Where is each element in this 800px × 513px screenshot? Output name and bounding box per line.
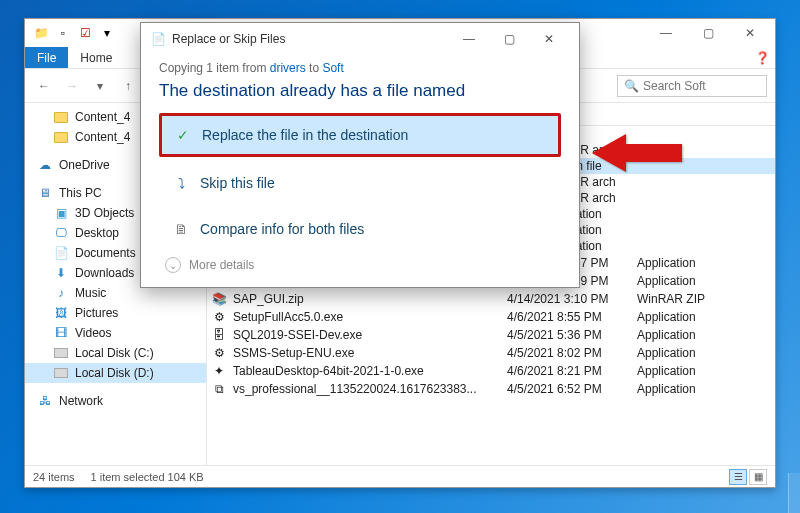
search-placeholder: Search Soft — [643, 79, 706, 93]
icons-view-button[interactable]: ▦ — [749, 469, 767, 485]
skip-icon: ⤵ — [172, 174, 190, 192]
check-icon: ✓ — [174, 126, 192, 144]
dialog-title: Replace or Skip Files — [172, 32, 285, 46]
forward-button[interactable]: → — [61, 75, 83, 97]
network-icon: 🖧 — [37, 393, 53, 409]
pc-icon: 🖥 — [37, 185, 53, 201]
recent-dropdown[interactable]: ▾ — [89, 75, 111, 97]
file-name: SSMS-Setup-ENU.exe — [233, 346, 354, 360]
tree-item-label: Local Disk (C:) — [75, 346, 154, 360]
folder-icon — [53, 109, 69, 125]
file-icon: ⚙ — [211, 345, 227, 361]
more-details-toggle[interactable]: ⌄ More details — [159, 257, 561, 273]
file-row[interactable]: ⚙SSMS-Setup-ENU.exe4/5/2021 8:02 PMAppli… — [207, 344, 775, 362]
up-button[interactable]: ↑ — [117, 75, 139, 97]
status-bar: 24 items 1 item selected 104 KB ☰ ▦ — [25, 465, 775, 487]
chevron-down-icon: ⌄ — [165, 257, 181, 273]
dest-link[interactable]: Soft — [322, 61, 343, 75]
search-input[interactable]: 🔍 Search Soft — [617, 75, 767, 97]
file-row[interactable]: 📚SAP_GUI.zip4/14/2021 3:10 PMWinRAR ZIP — [207, 290, 775, 308]
tree-item-label: Desktop — [75, 226, 119, 240]
tree-item-label: 3D Objects — [75, 206, 134, 220]
minimize-button[interactable]: — — [645, 19, 687, 47]
tab-home[interactable]: Home — [68, 47, 124, 68]
replace-skip-dialog: 📄 Replace or Skip Files — ▢ ✕ Copying 1 … — [140, 22, 580, 288]
desktop-icon: 🖵 — [53, 225, 69, 241]
tree-item-label: Content_4 — [75, 130, 130, 144]
disk-icon — [53, 345, 69, 361]
downloads-icon: ⬇ — [53, 265, 69, 281]
tree-item-label: Pictures — [75, 306, 118, 320]
dialog-minimize-button[interactable]: — — [449, 25, 489, 53]
replace-option[interactable]: ✓ Replace the file in the destination — [159, 113, 561, 157]
tree-item-label: Documents — [75, 246, 136, 260]
pin-icon[interactable]: ▫ — [53, 23, 73, 43]
disk-icon — [53, 365, 69, 381]
tree-item-label: Content_4 — [75, 110, 130, 124]
tree-item-label: Network — [59, 394, 103, 408]
close-button[interactable]: ✕ — [729, 19, 771, 47]
pictures-icon: 🖼 — [53, 305, 69, 321]
search-icon: 🔍 — [624, 79, 639, 93]
tab-file[interactable]: File — [25, 47, 68, 68]
tree-item[interactable]: 🖧Network — [25, 391, 206, 411]
dialog-headline: The destination already has a file named — [159, 81, 561, 101]
tree-item-label: Downloads — [75, 266, 134, 280]
file-name: SetupFullAcc5.0.exe — [233, 310, 343, 324]
tree-item[interactable]: Local Disk (C:) — [25, 343, 206, 363]
docs-icon: 📄 — [53, 245, 69, 261]
file-name: SQL2019-SSEI-Dev.exe — [233, 328, 362, 342]
tree-item[interactable]: Local Disk (D:) — [25, 363, 206, 383]
copy-icon: 📄 — [151, 32, 166, 46]
tree-item-label: Videos — [75, 326, 111, 340]
back-button[interactable]: ← — [33, 75, 55, 97]
tree-item[interactable]: 🎞Videos — [25, 323, 206, 343]
music-icon: ♪ — [53, 285, 69, 301]
file-icon: ⧉ — [211, 381, 227, 397]
folder-icon — [53, 129, 69, 145]
file-row[interactable]: ⧉vs_professional__1135220024.1617623383.… — [207, 380, 775, 398]
tree-item-label: Local Disk (D:) — [75, 366, 154, 380]
dialog-close-button[interactable]: ✕ — [529, 25, 569, 53]
details-view-button[interactable]: ☰ — [729, 469, 747, 485]
maximize-button[interactable]: ▢ — [687, 19, 729, 47]
show-desktop-button[interactable] — [788, 473, 800, 513]
file-icon: 🗄 — [211, 327, 227, 343]
skip-label: Skip this file — [200, 175, 275, 191]
item-count: 24 items — [33, 471, 75, 483]
file-row[interactable]: ✦TableauDesktop-64bit-2021-1-0.exe4/6/20… — [207, 362, 775, 380]
file-icon: 📚 — [211, 291, 227, 307]
file-row[interactable]: ⚙SetupFullAcc5.0.exe4/6/2021 8:55 PMAppl… — [207, 308, 775, 326]
checkmark-icon[interactable]: ☑ — [75, 23, 95, 43]
tree-item-label: OneDrive — [59, 158, 110, 172]
file-icon: ⚙ — [211, 309, 227, 325]
videos-icon: 🎞 — [53, 325, 69, 341]
compare-icon: 🗎 — [172, 220, 190, 238]
file-name: TableauDesktop-64bit-2021-1-0.exe — [233, 364, 424, 378]
qat-divider: ▾ — [97, 23, 117, 43]
tree-item-label: This PC — [59, 186, 102, 200]
help-icon[interactable]: ❓ — [749, 47, 775, 68]
copying-status: Copying 1 item from drivers to Soft — [159, 61, 561, 75]
svg-marker-0 — [592, 134, 682, 172]
annotation-arrow — [592, 130, 682, 179]
folder-icon: 📁 — [31, 23, 51, 43]
dialog-titlebar: 📄 Replace or Skip Files — ▢ ✕ — [141, 23, 579, 55]
replace-label: Replace the file in the destination — [202, 127, 408, 143]
source-link[interactable]: drivers — [270, 61, 306, 75]
more-details-label: More details — [189, 258, 254, 272]
file-icon: ✦ — [211, 363, 227, 379]
file-name: vs_professional__1135220024.1617623383..… — [233, 382, 477, 396]
selection-info: 1 item selected 104 KB — [91, 471, 204, 483]
dialog-maximize-button[interactable]: ▢ — [489, 25, 529, 53]
file-name: SAP_GUI.zip — [233, 292, 304, 306]
onedrive-icon: ☁ — [37, 157, 53, 173]
tree-item-label: Music — [75, 286, 106, 300]
tree-item[interactable]: 🖼Pictures — [25, 303, 206, 323]
skip-option[interactable]: ⤵ Skip this file — [159, 163, 561, 203]
3d-icon: ▣ — [53, 205, 69, 221]
file-row[interactable]: 🗄SQL2019-SSEI-Dev.exe4/5/2021 5:36 PMApp… — [207, 326, 775, 344]
compare-option[interactable]: 🗎 Compare info for both files — [159, 209, 561, 249]
compare-label: Compare info for both files — [200, 221, 364, 237]
